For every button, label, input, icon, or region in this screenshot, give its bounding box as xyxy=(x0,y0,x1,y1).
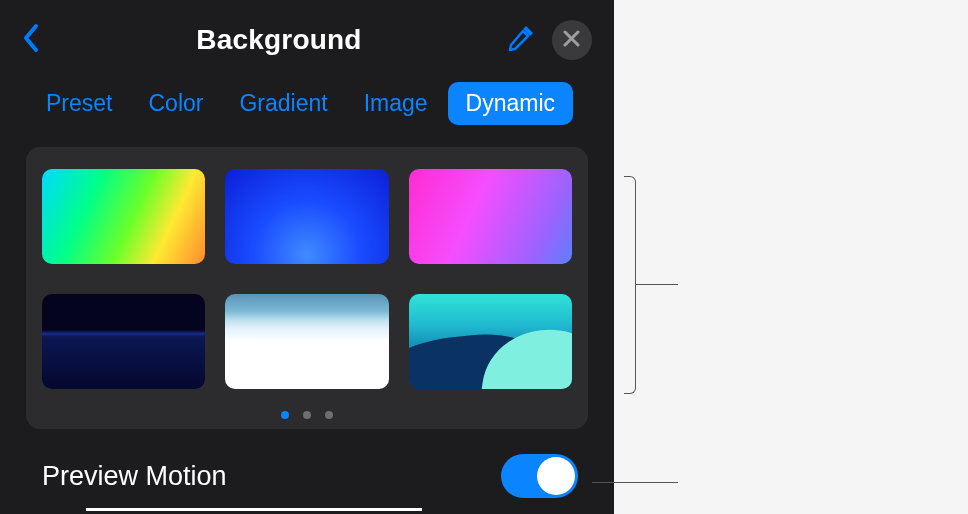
page-dots[interactable] xyxy=(40,411,574,419)
background-panel: Background Preset Color Gradient Image D xyxy=(0,0,614,514)
dynamic-thumbnail[interactable] xyxy=(225,169,388,264)
dynamic-thumbnail[interactable] xyxy=(225,294,388,389)
close-icon xyxy=(563,30,580,51)
tab-color[interactable]: Color xyxy=(132,82,219,125)
callout-bracket-backgrounds xyxy=(624,176,636,394)
callout-line-toggle xyxy=(592,482,678,483)
back-button[interactable] xyxy=(22,23,52,57)
background-tabs: Preset Color Gradient Image Dynamic xyxy=(0,68,614,135)
preview-motion-row: Preview Motion xyxy=(42,454,578,498)
header: Background xyxy=(0,0,614,68)
tab-dynamic[interactable]: Dynamic xyxy=(448,82,573,125)
callout-line-backgrounds xyxy=(636,284,678,285)
thumbnail-grid xyxy=(40,169,574,389)
toggle-knob xyxy=(537,457,575,495)
dynamic-thumbnail[interactable] xyxy=(409,169,572,264)
page-dot[interactable] xyxy=(325,411,333,419)
dynamic-thumbnail[interactable] xyxy=(42,169,205,264)
header-actions xyxy=(506,20,592,60)
home-indicator xyxy=(86,508,422,511)
preview-motion-label: Preview Motion xyxy=(42,461,227,492)
tab-image[interactable]: Image xyxy=(348,82,444,125)
dynamic-background-grid xyxy=(26,147,588,429)
panel-title: Background xyxy=(196,24,361,56)
chevron-left-icon xyxy=(22,23,40,57)
eyedropper-icon xyxy=(506,23,536,57)
preview-motion-toggle[interactable] xyxy=(501,454,578,498)
page-dot[interactable] xyxy=(281,411,289,419)
page-dot[interactable] xyxy=(303,411,311,419)
eyedropper-button[interactable] xyxy=(506,23,536,57)
close-button[interactable] xyxy=(552,20,592,60)
tab-preset[interactable]: Preset xyxy=(30,82,128,125)
dynamic-thumbnail[interactable] xyxy=(409,294,572,389)
dynamic-thumbnail[interactable] xyxy=(42,294,205,389)
tab-gradient[interactable]: Gradient xyxy=(223,82,343,125)
